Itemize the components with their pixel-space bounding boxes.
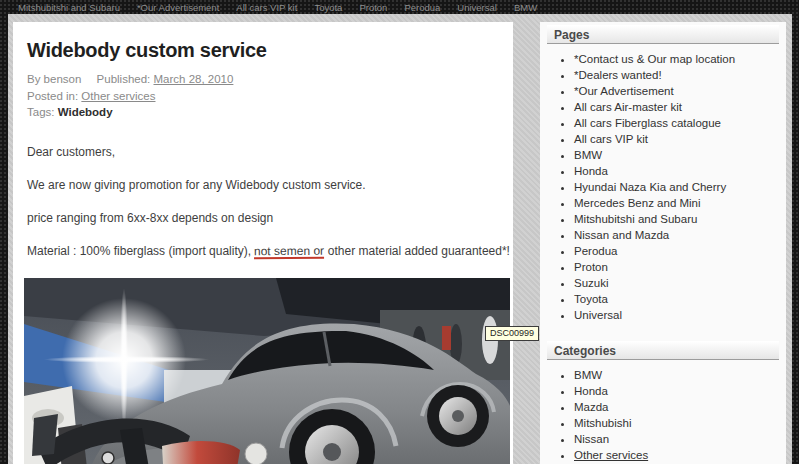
sidebar-page-link[interactable]: *Our Advertisement — [574, 85, 779, 97]
sidebar-category-link[interactable]: Mazda — [574, 401, 779, 413]
posted-in-link[interactable]: Other services — [81, 90, 155, 102]
byline-row: By benson Published: March 28, 2010 — [27, 71, 513, 88]
pages-list: *Contact us & Our map location*Dealers w… — [547, 53, 779, 321]
sidebar-page-link[interactable]: *Dealers wanted! — [574, 69, 779, 81]
posted-in-row: Posted in: Other services — [27, 88, 513, 105]
tag-value: Widebody — [58, 106, 113, 118]
sidebar-page-link[interactable]: Mercedes Benz and Mini — [574, 197, 779, 209]
sidebar-page-link[interactable]: Honda — [574, 165, 779, 177]
paragraph-price: price ranging from 6xx-8xx depends on de… — [27, 211, 513, 225]
sidebar-page-link[interactable]: Toyota — [574, 293, 779, 305]
nav-item[interactable]: BMW — [514, 2, 537, 13]
sidebar-page-link[interactable]: All cars Fiberglass catalogue — [574, 117, 779, 129]
paragraph-greeting: Dear customers, — [27, 145, 513, 159]
post-title: Widebody custom service — [27, 39, 513, 62]
sidebar-page-link[interactable]: Nissan and Mazda — [574, 229, 779, 241]
post-author: By benson — [27, 73, 81, 85]
sidebar-page-link[interactable]: Perodua — [574, 245, 779, 257]
sidebar-category-link[interactable]: Honda — [574, 385, 779, 397]
sidebar-page-link[interactable]: All cars VIP kit — [574, 133, 779, 145]
nav-item[interactable]: *Our Advertisement — [137, 2, 219, 13]
sidebar-category-link[interactable]: Mitshubishi — [574, 417, 779, 429]
sidebar-category-link[interactable]: Other services — [574, 449, 779, 461]
tags-row: Tags: Widebody — [27, 104, 513, 121]
material-before: Material : 100% fiberglass (import quali… — [27, 244, 254, 258]
red-underline-annotation: not semen or — [254, 244, 324, 258]
tags-label: Tags: — [27, 106, 55, 118]
posted-in-label: Posted in: — [27, 90, 78, 102]
sidebar-category-link[interactable]: BMW — [574, 369, 779, 381]
sidebar-page-link[interactable]: BMW — [574, 149, 779, 161]
paragraph-material: Material : 100% fiberglass (import quali… — [27, 244, 513, 259]
post-meta: By benson Published: March 28, 2010 Post… — [27, 71, 513, 121]
pages-widget-header: Pages — [547, 25, 779, 44]
post-body: Dear customers, We are now giving promot… — [27, 145, 513, 259]
nav-item[interactable]: Mitshubitshi and Subaru — [18, 2, 120, 13]
nav-item[interactable]: Perodua — [404, 2, 440, 13]
categories-widget-header: Categories — [547, 341, 779, 360]
published-label: Published: — [97, 73, 151, 85]
photo-filename-tooltip: DSC00999 — [485, 326, 539, 341]
nav-item[interactable]: Toyota — [314, 2, 342, 13]
sidebar-page-link[interactable]: Mitshubitshi and Subaru — [574, 213, 779, 225]
published-date-link[interactable]: March 28, 2010 — [153, 73, 233, 85]
categories-list: BMWHondaMazdaMitshubishiNissanOther serv… — [547, 369, 779, 461]
nav-item[interactable]: Proton — [359, 2, 387, 13]
sidebar-page-link[interactable]: Proton — [574, 261, 779, 273]
sidebar-page-link[interactable]: Suzuki — [574, 277, 779, 289]
sidebar-page-link[interactable]: Hyundai Naza Kia and Cherry — [574, 181, 779, 193]
nav-item[interactable]: All cars VIP kit — [236, 2, 297, 13]
material-after: other material added guaranteed*! — [324, 244, 509, 258]
sidebar: Pages *Contact us & Our map location*Dea… — [540, 22, 786, 464]
sidebar-page-link[interactable]: All cars Air-master kit — [574, 101, 779, 113]
sidebar-page-link[interactable]: Universal — [574, 309, 779, 321]
sidebar-page-link[interactable]: *Contact us & Our map location — [574, 53, 779, 65]
post-column: Widebody custom service By benson Publis… — [13, 22, 513, 464]
post-photo — [24, 278, 510, 464]
top-nav-items: Mitshubitshi and Subaru*Our Advertisemen… — [18, 2, 537, 13]
nav-item[interactable]: Universal — [457, 2, 497, 13]
top-nav: Mitshubitshi and Subaru*Our Advertisemen… — [0, 0, 799, 14]
sidebar-category-link[interactable]: Nissan — [574, 433, 779, 445]
paragraph-promo: We are now giving promotion for any Wide… — [27, 178, 513, 192]
car-photo-illustration — [24, 278, 510, 464]
